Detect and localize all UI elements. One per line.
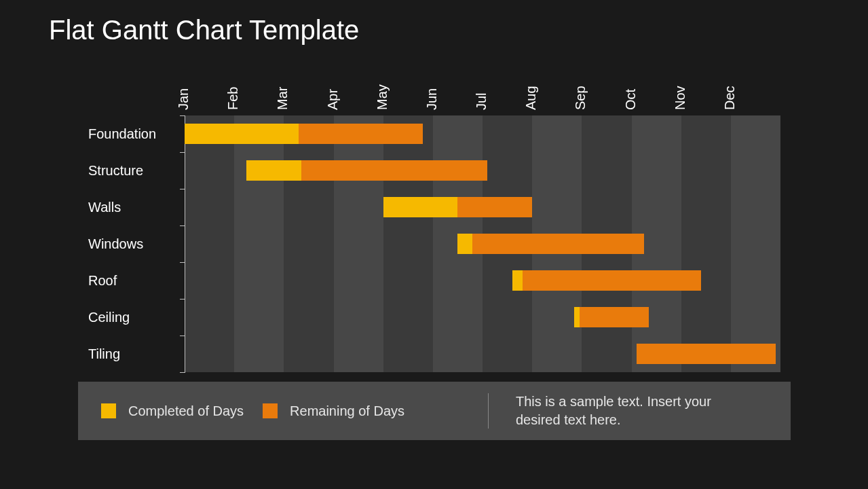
month-label: Aug xyxy=(523,86,539,110)
bar-segment-completed xyxy=(246,160,301,181)
month-label: Apr xyxy=(325,89,341,110)
legend-bar: Completed of Days Remaining of Days This… xyxy=(78,382,791,440)
legend-item-remaining: Remaining of Days xyxy=(263,403,404,419)
row-label: Windows xyxy=(88,225,178,262)
bar-segment-remaining xyxy=(580,307,649,327)
bar-segment-remaining xyxy=(472,234,643,254)
x-axis-months: JanFebMarAprMayJunJulAugSepOctNovDec xyxy=(185,68,780,115)
legend-items: Completed of Days Remaining of Days xyxy=(78,403,481,419)
gantt-bar xyxy=(185,124,423,144)
gantt-bar xyxy=(512,270,701,291)
legend-sample-text: This is a sample text. Insert your desir… xyxy=(516,393,791,429)
gantt-chart: JanFebMarAprMayJunJulAugSepOctNovDec Fou… xyxy=(88,68,780,372)
legend-item-completed: Completed of Days xyxy=(101,403,244,419)
gantt-bar xyxy=(637,344,776,364)
legend-label-completed: Completed of Days xyxy=(128,403,244,419)
month-label: Feb xyxy=(225,87,241,110)
swatch-completed xyxy=(101,403,116,418)
legend-label-remaining: Remaining of Days xyxy=(290,403,404,419)
month-label: Mar xyxy=(275,87,290,110)
month-label: May xyxy=(375,84,390,110)
legend-divider xyxy=(488,393,489,429)
bar-track xyxy=(185,152,780,189)
gantt-bar xyxy=(383,197,533,217)
table-row: Tiling xyxy=(88,336,780,372)
bar-segment-remaining xyxy=(299,124,423,144)
chart-grid: FoundationStructureWallsWindowsRoofCeili… xyxy=(88,115,780,372)
table-row: Foundation xyxy=(88,115,780,152)
row-label: Structure xyxy=(88,152,178,189)
bar-segment-remaining xyxy=(637,344,776,364)
bar-segment-remaining xyxy=(457,197,532,217)
month-label: Nov xyxy=(673,86,688,110)
gantt-bar xyxy=(574,307,649,327)
gantt-bar xyxy=(246,160,487,181)
table-row: Structure xyxy=(88,152,780,189)
month-label: Oct xyxy=(623,89,639,110)
month-label: Jun xyxy=(424,88,440,110)
month-label: Jul xyxy=(474,92,489,110)
row-label: Walls xyxy=(88,189,178,225)
bar-segment-completed xyxy=(512,270,523,291)
bar-track xyxy=(185,336,780,372)
month-label: Jan xyxy=(176,88,191,110)
row-label: Roof xyxy=(88,262,178,299)
bar-segment-completed xyxy=(185,124,299,144)
bar-segment-completed xyxy=(383,197,458,217)
month-label: Sep xyxy=(573,86,588,110)
gantt-bar xyxy=(457,234,643,254)
bar-segment-remaining xyxy=(523,270,701,291)
bar-segment-completed xyxy=(457,234,472,254)
y-tick xyxy=(180,372,185,373)
page-title: Flat Gantt Chart Template xyxy=(49,15,359,46)
row-label: Tiling xyxy=(88,336,178,372)
table-row: Ceiling xyxy=(88,299,780,336)
bar-segment-remaining xyxy=(301,160,487,181)
bar-segment-completed xyxy=(574,307,579,327)
bar-track xyxy=(185,225,780,262)
slide: Flat Gantt Chart Template JanFebMarAprMa… xyxy=(0,0,868,489)
bar-track xyxy=(185,299,780,336)
month-label: Dec xyxy=(722,86,738,110)
gantt-rows: FoundationStructureWallsWindowsRoofCeili… xyxy=(88,115,780,372)
row-label: Foundation xyxy=(88,115,178,152)
table-row: Windows xyxy=(88,225,780,262)
bar-track xyxy=(185,262,780,299)
bar-track xyxy=(185,189,780,225)
table-row: Roof xyxy=(88,262,780,299)
row-label: Ceiling xyxy=(88,299,178,336)
swatch-remaining xyxy=(263,403,278,418)
bar-track xyxy=(185,115,780,152)
table-row: Walls xyxy=(88,189,780,225)
